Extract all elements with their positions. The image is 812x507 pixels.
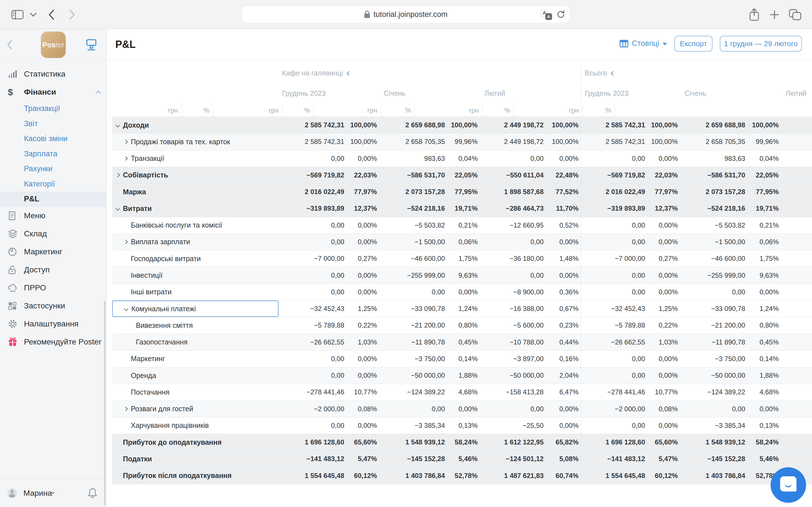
value-cell-percent: 0,52% [547,217,581,233]
poster-logo[interactable]: Poster [41,32,66,58]
row-name-cell[interactable]: Податки [112,451,278,467]
row-name-cell[interactable]: Собівартість [112,167,278,183]
row-name-cell[interactable]: Вивезення сміття [112,317,278,334]
value-cell-currency: 2 585 742,31 [581,133,649,150]
row-name-cell[interactable]: Інші витрати [112,284,278,300]
value-cell-percent: 100,00% [749,117,781,133]
sidebar-item-report[interactable]: Звіт [0,116,106,131]
chevron-right-icon[interactable] [123,240,128,244]
value-cell-percent: 0,23% [547,317,581,334]
tabs-overview-icon[interactable] [787,0,803,29]
row-name-cell[interactable]: Оренда [112,367,278,384]
bell-icon[interactable] [88,488,97,499]
row-name-cell[interactable]: Маржа [112,184,278,200]
chevron-down-icon[interactable] [124,306,129,311]
row-name-cell[interactable]: Виплата зарплати [112,234,278,250]
url-bar[interactable]: tutorial.joinposter.com AA [242,6,569,23]
chat-bubble-button[interactable] [770,467,806,503]
value-cell-currency: 1 548 939,12 [379,434,448,450]
sidebar-item-access[interactable]: Доступ [0,261,106,279]
row-name-cell[interactable]: Продажі товарів та тех. карток [112,133,278,150]
row-name-cell[interactable]: Комунальні платежі [112,300,278,317]
sidebar-item-prro[interactable]: ПРРО [0,279,106,297]
row-name-label: Вивезення сміття [136,321,193,330]
row-name-cell[interactable]: Маркетинг [112,351,278,367]
value-cell-percent: 5,47% [348,451,379,467]
chevron-down-icon[interactable] [116,123,120,127]
value-cell-currency: −32 452,43 [278,300,348,317]
sidebar-item-marketing[interactable]: Маркетинг [0,243,106,261]
value-cell-currency: −50 000,00 [480,367,547,384]
collapse-group-icon[interactable] [347,71,351,76]
chevron-right-icon[interactable] [123,156,128,161]
value-cell-currency: −36 180,00 [480,250,547,267]
row-name-cell[interactable]: Доходи [112,117,278,133]
sidebar-item-finance[interactable]: $Фінанси [0,83,106,101]
value-cell-percent: 0,45% [749,334,781,350]
export-button[interactable]: Експорт [674,36,712,52]
sidebar-item-apps[interactable]: Застосунки [0,297,106,315]
reload-icon[interactable] [556,10,566,19]
row-name-label: Прибуток до оподаткування [123,438,221,446]
value-cell-currency: 0,00 [581,367,649,384]
value-cell-percent: 100,00% [649,117,680,133]
row-name-cell[interactable]: Прибуток до оподаткування [112,434,278,450]
row-name-cell[interactable]: Інвестиції [112,267,278,283]
chevron-right-icon[interactable] [123,140,128,144]
value-cell-currency: 1 554 645,48 [581,467,649,484]
sidebar-back-icon[interactable] [7,40,12,50]
sidebar-item-cash-shifts[interactable]: Касові зміни [0,131,106,147]
chevron-right-icon[interactable] [116,173,120,177]
date-range-button[interactable]: 1 грудня — 29 лютого [720,36,802,52]
sidebar-item-stock[interactable]: Склад [0,225,106,243]
avatar[interactable] [7,488,17,498]
share-icon[interactable] [747,0,761,29]
new-tab-icon[interactable] [767,0,781,29]
unit-header-percent: % [482,104,514,117]
dollar-icon: $ [8,88,24,97]
row-name-cell[interactable]: Харчування працівників [112,417,278,434]
sidebar-item-statistics[interactable]: Статистика [0,65,106,83]
translate-icon[interactable]: AA [541,9,552,20]
sidebar-item-menu[interactable]: Меню [0,207,106,225]
sidebar-item-salary[interactable]: Зарплата [0,147,106,162]
value-cell-percent: 0,08% [649,401,680,417]
value-cell-percent: 1,88% [448,367,480,384]
row-name-cell[interactable]: Транзакції [112,151,278,167]
sidebar-item-transactions[interactable]: Транзакції [0,101,106,116]
sidebar-item-settings[interactable]: Налаштування [0,315,106,333]
column-group-title: Кафе на галявинці [282,69,350,77]
sidebar-item-accounts[interactable]: Рахунки [0,161,106,177]
sidebar-item-recommend[interactable]: Рекомендуйте Poster [0,333,106,351]
sidebar-toggle-icon[interactable] [11,0,24,29]
row-name-cell[interactable]: Прибуток після оподаткування [112,467,278,484]
row-name-cell[interactable]: Розваги для гостей [112,401,278,417]
row-name-cell[interactable]: Постачання [112,384,278,400]
columns-button[interactable]: Стовпці [619,39,667,48]
table-row: Інвестиції0,000,00%−255 999,009,63%0,000… [112,267,812,284]
user-menu-caret-icon[interactable] [51,492,55,494]
value-cell-currency: 0,00 [278,367,348,384]
sidebar-item-label: Рекомендуйте Poster [24,337,101,346]
forward-icon[interactable] [68,0,77,29]
value-cell-percent: 0,00% [649,267,680,283]
row-name-cell[interactable]: Банківські послуги та комісії [112,217,278,233]
value-cell-currency: 2 659 688,98 [379,117,448,133]
toolbar-chevron-down-icon[interactable] [29,0,37,29]
sidebar-scrollbar[interactable] [104,301,105,506]
value-cell-percent: 1,24% [749,300,781,317]
terminal-icon[interactable] [85,39,98,52]
chevron-right-icon[interactable] [123,407,128,411]
row-name-label: Податки [123,455,152,463]
collapse-group-icon[interactable] [611,71,615,76]
row-name-cell[interactable]: Витрати [112,200,278,217]
user-name[interactable]: Марина [23,489,52,498]
row-name-cell[interactable]: Газопостачання [112,334,278,350]
sidebar-item-pnl[interactable]: P&L [0,191,106,207]
value-cell-currency: −7 000,00 [581,250,649,267]
chevron-down-icon[interactable] [116,207,120,211]
sidebar-item-categories[interactable]: Категорії [0,177,106,192]
row-name-cell[interactable]: Господарські витрати [112,250,278,267]
value-cell-percent: 0,00% [348,367,379,384]
back-icon[interactable] [47,0,56,29]
